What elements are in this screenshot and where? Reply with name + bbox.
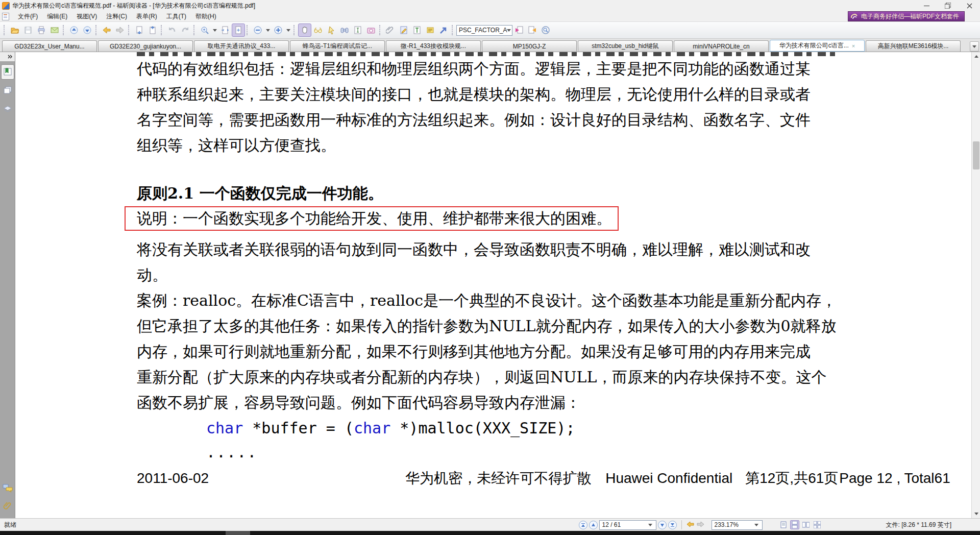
comments-panel-icon[interactable] — [1, 480, 14, 496]
single-page-layout-icon[interactable] — [779, 520, 788, 529]
page-number-dropdown[interactable] — [648, 524, 652, 526]
menu-comment[interactable]: 注释(C) — [102, 11, 132, 22]
tab-gd32e23x[interactable]: GD32E23x_User_Manu... — [2, 40, 97, 52]
zoom-tool-dropdown[interactable] — [213, 29, 217, 32]
maximize-button[interactable] — [937, 0, 959, 11]
save-icon[interactable] — [21, 23, 35, 37]
doc-page-footer: 2011-06-02 华为机密，未经许可不得扩散 Huawei Confiden… — [137, 469, 839, 488]
insert-page-icon[interactable] — [133, 23, 146, 37]
page-up-icon[interactable] — [67, 23, 81, 37]
find-icon[interactable] — [338, 23, 351, 37]
search-icon[interactable] — [539, 23, 552, 37]
toolbar-grip[interactable] — [128, 25, 130, 35]
doc-text-line: 重新分配（扩大原来的内存块或者分配新的内存块），则返回NULL，而原来的内存块保… — [137, 364, 839, 390]
menu-tools[interactable]: 工具(T) — [162, 11, 191, 22]
print-icon[interactable] — [35, 23, 48, 37]
fit-width-icon[interactable] — [218, 23, 232, 37]
next-view-icon[interactable] — [113, 23, 127, 37]
bookmarks-panel-icon[interactable] — [1, 64, 14, 80]
minimize-button[interactable] — [916, 0, 937, 11]
document-page[interactable]: 代码的有效组织包括：逻辑层组织和物理层组织两个方面。逻辑层，主要是把不同功能的函… — [15, 52, 971, 518]
scroll-up-arrow[interactable] — [972, 52, 980, 61]
scroll-down-arrow[interactable] — [972, 509, 980, 518]
facing-layout-icon[interactable] — [801, 520, 811, 529]
tab-power-switch-protocol[interactable]: 取电开关通讯协议_433... — [194, 40, 289, 52]
find-previous-icon[interactable] — [512, 23, 526, 37]
tab-stm32cube-usb-hid[interactable]: stm32cube_usb_hid键鼠 — [578, 40, 673, 52]
pages-panel-icon[interactable] — [1, 83, 14, 98]
find-next-icon[interactable] — [526, 23, 539, 37]
menu-edit[interactable]: 编辑(E) — [42, 11, 72, 22]
first-page-button[interactable] — [579, 521, 587, 529]
tab-mp150gj-z[interactable]: MP150GJ-Z — [482, 40, 577, 52]
tab-overflow-dropdown[interactable] — [970, 41, 979, 52]
document-tab-bar: GD32E23x_User_Manu... GD32E230_gujiankuy… — [0, 39, 980, 52]
read-mode-icon[interactable] — [311, 23, 325, 37]
next-view-button[interactable] — [696, 521, 704, 529]
tab-r1-433-module[interactable]: 微-R1_433接收模块规... — [386, 40, 481, 52]
expand-panel-button[interactable] — [0, 52, 15, 61]
tab-gd32e230[interactable]: GD32E230_gujiankuyon... — [98, 40, 193, 52]
menu-form[interactable]: 表单(R) — [132, 11, 162, 22]
attach-icon[interactable] — [384, 23, 397, 37]
continuous-layout-icon[interactable] — [790, 520, 799, 529]
pencil-note-icon[interactable] — [397, 23, 410, 37]
toolbar-grip[interactable] — [63, 25, 65, 35]
undo-icon[interactable] — [165, 23, 179, 37]
toolbar-grip[interactable] — [193, 25, 195, 35]
zoom-level-dropdown[interactable] — [754, 524, 758, 526]
zoom-tool-icon[interactable] — [198, 23, 211, 37]
toolbar-grip[interactable] — [379, 25, 381, 35]
attachments-panel-icon[interactable] — [1, 499, 14, 514]
toolbar-grip[interactable] — [4, 25, 6, 35]
search-field[interactable]: PSC_FACTOR_A — [456, 25, 512, 36]
promo-banner[interactable]: 电子商务好伴侣—福昕PDF文档套件 — [848, 11, 965, 21]
previous-view-button[interactable] — [687, 521, 695, 529]
text-select-icon[interactable] — [351, 23, 364, 37]
extract-page-icon[interactable] — [146, 23, 159, 37]
doc-note-line: 说明：一个函数实现多个功能给开发、使用、维护都带来很大的困难。 — [137, 207, 611, 230]
tab-hummingbird-t1[interactable]: 蜂鸟远-T1编程调试后记... — [290, 40, 385, 52]
toolbar-grip[interactable] — [293, 25, 296, 35]
tab-huawei-c-standard[interactable]: 华为技术有限公司c语言...× — [770, 40, 865, 52]
email-icon[interactable] — [48, 23, 61, 37]
last-page-button[interactable] — [668, 521, 677, 529]
page-number-combo[interactable]: 12 / 61 — [599, 520, 656, 530]
menu-help[interactable]: 帮助(H) — [191, 11, 221, 22]
open-icon[interactable] — [8, 23, 21, 37]
select-cursor-icon[interactable] — [325, 23, 338, 37]
zoom-level-combo[interactable]: 233.17% — [712, 520, 763, 530]
file-size-info: 文件: [8.26 * 11.69 英寸] — [886, 521, 951, 529]
share-icon[interactable] — [437, 23, 450, 37]
note-icon[interactable] — [424, 23, 437, 37]
continuous-facing-layout-icon[interactable] — [813, 520, 822, 529]
zoom-out-icon[interactable] — [251, 23, 264, 37]
close-button[interactable] — [959, 0, 980, 11]
tab-minivnaprolite[interactable]: miniVNAPROLite_cn — [674, 40, 769, 52]
redo-icon[interactable] — [179, 23, 192, 37]
tab-close-icon[interactable]: × — [852, 43, 855, 49]
toolbar-grip[interactable] — [247, 25, 249, 35]
vertical-scrollbar[interactable] — [971, 52, 980, 518]
snapshot-camera-icon[interactable] — [364, 23, 378, 37]
typewriter-icon[interactable] — [410, 23, 424, 37]
zoom-in-icon[interactable] — [272, 23, 285, 37]
menu-file[interactable]: 文件(F) — [13, 11, 42, 22]
previous-view-icon[interactable] — [100, 23, 113, 37]
hand-tool-icon[interactable] — [298, 23, 311, 37]
fit-page-icon[interactable] — [232, 23, 245, 37]
scrollbar-thumb[interactable] — [973, 141, 979, 169]
toolbar-grip[interactable] — [161, 25, 163, 35]
toolbar-grip[interactable] — [95, 25, 97, 35]
next-page-button[interactable] — [658, 521, 667, 529]
document-icon[interactable] — [2, 13, 9, 20]
layers-panel-icon[interactable] — [1, 101, 14, 116]
previous-page-button[interactable] — [589, 521, 598, 529]
page-down-icon[interactable] — [81, 23, 94, 37]
menu-view[interactable]: 视图(V) — [72, 11, 102, 22]
tab-me3616-module[interactable]: 高新兴物联ME3616模块... — [866, 40, 961, 52]
search-field-dropdown[interactable] — [507, 29, 511, 32]
zoom-in-dropdown[interactable] — [286, 29, 290, 32]
zoom-out-dropdown[interactable] — [266, 29, 270, 32]
toolbar-grip[interactable] — [452, 25, 454, 35]
